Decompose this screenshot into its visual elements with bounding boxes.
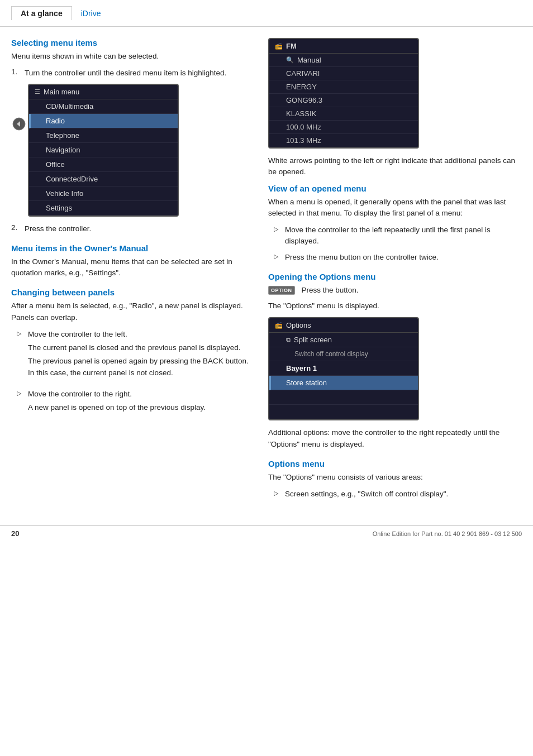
section3-intro: After a menu item is selected, e.g., "Ra…	[11, 300, 251, 323]
options-station-label: Bayern 1	[269, 361, 418, 376]
step1: 1. Turn the controller until the desired…	[11, 68, 251, 79]
options-switch-off: Switch off control display	[269, 347, 418, 361]
fm-klassik: KLASSIK	[269, 107, 418, 121]
section4-text: When a menu is opened, it generally open…	[268, 197, 520, 219]
bullet2-text: Move the controller to the right.	[28, 389, 206, 400]
options-icon: 📻	[275, 322, 283, 329]
controller-arrow-left	[12, 117, 26, 132]
main-menu-screen: ☰ Main menu CD/Multimedia Radio Telephon…	[28, 84, 179, 217]
bullet1-sub1: The current panel is closed and the prev…	[28, 342, 251, 353]
section-changing-panels: Changing between panels After a menu ite…	[11, 288, 251, 419]
step2-number: 2.	[11, 223, 20, 235]
bullet1-text: Move the controller to the left.	[28, 329, 251, 340]
options-bullet1-text: Screen settings, e.g., "Switch off contr…	[285, 489, 448, 500]
bullet-arrow-3: ▷	[274, 224, 280, 247]
fm-energy: ENERGY	[269, 80, 418, 94]
section2-heading: Menu items in the Owner's Manual	[11, 243, 251, 253]
bullet-move-left: ▷ Move the controller to the left. The c…	[11, 329, 251, 384]
screen-title-bar: ☰ Main menu	[29, 85, 178, 99]
section-owners-manual: Menu items in the Owner's Manual In the …	[11, 243, 251, 279]
section1-heading: Selecting menu items	[11, 38, 251, 47]
split-screen-icon: ⧉	[286, 336, 291, 343]
section2-text: In the Owner's Manual, menu items that c…	[11, 256, 251, 279]
options-displayed-text: The "Options" menu is displayed.	[268, 300, 520, 312]
options-screen-container: 📻 Options ⧉ Split screen Switch off cont…	[268, 317, 520, 420]
bullet-arrow-2: ▷	[17, 389, 23, 419]
bullet-move-right: ▷ Move the controller to the right. A ne…	[11, 389, 251, 419]
page-header: At a glance iDrive	[0, 0, 533, 27]
option-button-row: OPTION Press the button.	[268, 285, 520, 296]
menu-item-telephone: Telephone	[29, 128, 178, 143]
bullet-arrow-4: ▷	[274, 252, 280, 263]
menu-item-connecteddrive: ConnectedDrive	[29, 172, 178, 186]
fm-manual: 🔍 Manual	[269, 54, 418, 67]
bullet3-text: Move the controller to the left repeated…	[285, 224, 520, 247]
option-button[interactable]: OPTION	[268, 286, 295, 295]
fm-freq2: 101.3 MHz	[269, 134, 418, 147]
options-empty2: .	[269, 405, 418, 419]
fm-gong: GONG96.3	[269, 94, 418, 107]
options-store-station[interactable]: Store station	[269, 376, 418, 390]
options-title-bar: 📻 Options	[269, 318, 418, 333]
tab-at-a-glance[interactable]: At a glance	[11, 6, 72, 20]
section-options-menu-areas: Options menu The "Options" menu consists…	[268, 459, 520, 500]
section3-heading: Changing between panels	[11, 288, 251, 297]
right-column: 📻 FM 🔍 Manual CARIVARI ENERGY GONG96.3 K…	[268, 38, 520, 509]
page-number: 20	[11, 529, 19, 538]
bullet2-sub1: A new panel is opened on top of the prev…	[28, 402, 206, 413]
fm-title-bar: 📻 FM	[269, 39, 418, 54]
options-bullet1: ▷ Screen settings, e.g., "Switch off con…	[268, 489, 520, 500]
additional-options-text: Additional options: move the controller …	[268, 427, 520, 450]
menu-item-radio[interactable]: Radio	[29, 114, 178, 128]
tab-idrive[interactable]: iDrive	[72, 7, 110, 20]
copyright-text: Online Edition for Part no. 01 40 2 901 …	[373, 530, 522, 537]
fm-icon: 📻	[275, 42, 283, 50]
page-footer: 20 Online Edition for Part no. 01 40 2 9…	[0, 525, 533, 541]
step1-number: 1.	[11, 68, 20, 79]
bullet-move-left-repeat: ▷ Move the controller to the left repeat…	[268, 224, 520, 247]
white-arrows-text: White arrows pointing to the left or rig…	[268, 155, 520, 178]
menu-item-office: Office	[29, 157, 178, 172]
section-options-menu: Opening the Options menu OPTION Press th…	[268, 272, 520, 450]
fm-freq1: 100.0 MHz	[269, 121, 418, 134]
options-split-screen: ⧉ Split screen	[269, 333, 418, 347]
section5-heading: Opening the Options menu	[268, 272, 520, 281]
bullet-arrow-1: ▷	[17, 329, 23, 384]
menu-item-cd: CD/Multimedia	[29, 99, 178, 114]
section4-heading: View of an opened menu	[268, 184, 520, 193]
section1-intro: Menu items shown in white can be selecte…	[11, 51, 251, 62]
step2-text: Press the controller.	[25, 223, 91, 235]
main-menu-screen-container: ☰ Main menu CD/Multimedia Radio Telephon…	[28, 84, 251, 217]
menu-item-settings: Settings	[29, 201, 178, 216]
fm-screen: 📻 FM 🔍 Manual CARIVARI ENERGY GONG96.3 K…	[268, 38, 419, 149]
section6-heading: Options menu	[268, 459, 520, 468]
options-menu-text: The "Options" menu consists of various a…	[268, 472, 520, 483]
step1-text: Turn the controller until the desired me…	[25, 68, 226, 79]
step2: 2. Press the controller.	[11, 223, 251, 235]
section-selecting-menu-items: Selecting menu items Menu items shown in…	[11, 38, 251, 235]
bullet-press-menu: ▷ Press the menu button on the controlle…	[268, 252, 520, 263]
bullet-arrow-5: ▷	[274, 489, 280, 500]
bullet4-text: Press the menu button on the controller …	[285, 252, 439, 263]
left-column: Selecting menu items Menu items shown in…	[11, 38, 251, 509]
menu-item-vehicle-info: Vehicle Info	[29, 186, 178, 201]
bullet1-sub2: The previous panel is opened again by pr…	[28, 356, 251, 379]
options-empty1: .	[269, 390, 418, 405]
fm-screen-container: 📻 FM 🔍 Manual CARIVARI ENERGY GONG96.3 K…	[268, 38, 520, 149]
fm-title: FM	[286, 42, 297, 50]
section-opened-menu: View of an opened menu When a menu is op…	[268, 184, 520, 263]
search-icon: 🔍	[286, 56, 294, 64]
page-content: Selecting menu items Menu items shown in…	[0, 27, 533, 514]
screen-title-text: Main menu	[44, 88, 79, 96]
options-title-text: Options	[286, 321, 311, 329]
menu-item-navigation: Navigation	[29, 143, 178, 157]
menu-icon: ☰	[35, 88, 40, 95]
fm-carivari: CARIVARI	[269, 67, 418, 80]
press-button-text: Press the button.	[302, 285, 359, 296]
options-screen: 📻 Options ⧉ Split screen Switch off cont…	[268, 317, 419, 420]
